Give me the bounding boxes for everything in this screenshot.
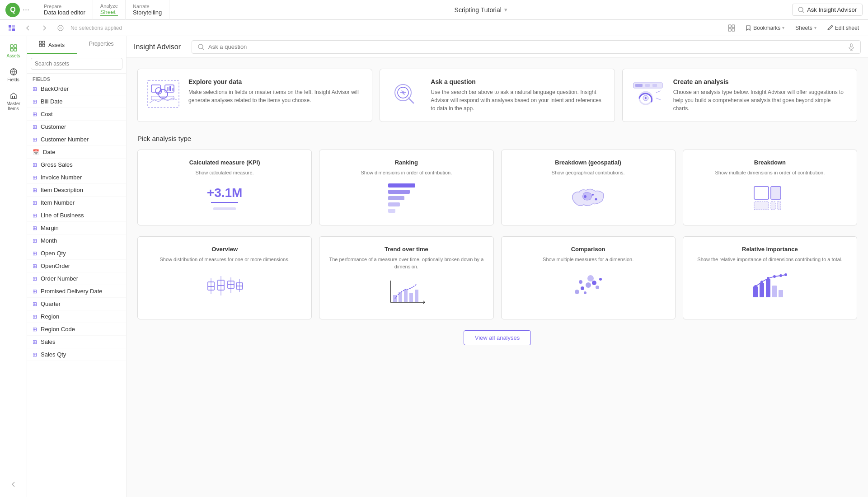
main-content: Insight Advisor: [127, 36, 868, 497]
nav-analyze-label: Analyze: [100, 3, 118, 9]
ia-search-input[interactable]: [208, 43, 844, 50]
analysis-card-trend[interactable]: Trend over time The performance of a mea…: [319, 236, 493, 319]
nav-right: Ask Insight Advisor: [792, 4, 863, 16]
svg-rect-8: [732, 25, 735, 28]
list-item[interactable]: ⊞ Customer Number: [27, 133, 126, 146]
microphone-icon[interactable]: [848, 43, 855, 51]
comparison-desc: Show multiple measures for a dimension.: [543, 256, 633, 263]
analysis-card-kpi[interactable]: Calculated measure (KPI) Show calculated…: [137, 150, 312, 225]
nav-prepare[interactable]: Prepare Data load editor: [37, 0, 93, 20]
svg-rect-21: [42, 41, 45, 43]
ask-question-illustration: [387, 78, 423, 110]
calendar-icon: 📅: [33, 149, 39, 155]
overview-viz: [147, 267, 302, 303]
list-item[interactable]: ⊞ Item Number: [27, 197, 126, 209]
kpi-underline: [211, 202, 238, 203]
tab-properties[interactable]: Properties: [77, 36, 127, 54]
tab-assets[interactable]: Assets: [27, 36, 77, 54]
field-name: Item Number: [41, 199, 75, 206]
view-all-analyses-button[interactable]: View all analyses: [464, 330, 531, 345]
nav-narrate[interactable]: Narrate Storytelling: [126, 0, 169, 20]
svg-rect-48: [652, 84, 657, 87]
sidebar-collapse-button[interactable]: [6, 477, 21, 493]
analysis-card-comparison[interactable]: Comparison Show multiple measures for a …: [501, 236, 676, 319]
list-item[interactable]: ⊞ Margin: [27, 222, 126, 234]
list-item[interactable]: ⊞ Region Code: [27, 323, 126, 336]
analysis-card-relative[interactable]: Relative importance Show the relative im…: [683, 236, 857, 319]
forward-icon[interactable]: [38, 22, 51, 34]
list-item[interactable]: ⊞ Invoice Number: [27, 171, 126, 184]
sidebar-item-master-items[interactable]: Master Items: [2, 88, 25, 115]
search-assets-input[interactable]: [31, 58, 122, 70]
nav-dots[interactable]: ···: [23, 5, 29, 14]
svg-line-38: [156, 93, 158, 94]
list-item[interactable]: ⊞ Bill Date: [27, 95, 126, 108]
list-item[interactable]: ⊞ Sales Qty: [27, 348, 126, 361]
svg-point-90: [579, 280, 582, 284]
insight-advisor-icon[interactable]: [5, 22, 18, 34]
intro-card-ask[interactable]: Ask a question Use the search bar above …: [380, 69, 615, 122]
list-item[interactable]: ⊞ Open Qty: [27, 247, 126, 260]
svg-line-41: [408, 98, 413, 103]
analysis-card-ranking[interactable]: Ranking Show dimensions in order of cont…: [319, 150, 493, 225]
sidebar-item-assets[interactable]: Assets: [2, 40, 25, 62]
clear-icon[interactable]: [54, 22, 67, 34]
ask-insight-button[interactable]: Ask Insight Advisor: [792, 4, 863, 16]
sidebar-item-fields[interactable]: Fields: [2, 64, 25, 86]
list-item[interactable]: ⊞ Line of Business: [27, 209, 126, 222]
field-icon: ⊞: [33, 174, 37, 181]
svg-point-84: [586, 282, 591, 288]
sheets-button[interactable]: Sheets ▾: [792, 23, 820, 33]
list-item[interactable]: ⊞ Promised Delivery Date: [27, 285, 126, 298]
intro-card-create[interactable]: Create an analysis Choose an analysis ty…: [622, 69, 857, 122]
ask-insight-label: Ask Insight Advisor: [807, 6, 857, 13]
nav-analyze[interactable]: Analyze Sheet: [93, 0, 126, 20]
list-item[interactable]: ⊞ Month: [27, 234, 126, 247]
analysis-card-geospatial[interactable]: Breakdown (geospatial) Show geographical…: [501, 150, 676, 225]
list-item[interactable]: ⊞ Gross Sales: [27, 159, 126, 171]
svg-rect-5: [12, 28, 15, 31]
qlik-logo[interactable]: Q ···: [5, 3, 29, 17]
svg-rect-58: [771, 187, 781, 199]
svg-rect-78: [404, 289, 408, 302]
field-icon: ⊞: [33, 263, 37, 269]
edit-sheet-button[interactable]: Edit sheet: [824, 23, 863, 33]
svg-point-98: [767, 277, 769, 280]
list-item[interactable]: ⊞ Cost: [27, 108, 126, 121]
analysis-card-breakdown[interactable]: Breakdown Show multiple dimensions in or…: [683, 150, 857, 225]
create-card-text: Create an analysis Choose an analysis ty…: [673, 78, 848, 113]
field-name: Date: [43, 149, 55, 155]
svg-rect-11: [10, 45, 13, 47]
list-item[interactable]: ⊞ Item Description: [27, 184, 126, 197]
back-icon[interactable]: [22, 22, 34, 34]
intro-card-explore[interactable]: Explore your data Make selections in fie…: [137, 69, 372, 122]
list-item[interactable]: ⊞ Order Number: [27, 272, 126, 285]
svg-point-83: [581, 286, 584, 290]
list-item[interactable]: 📅 Date: [27, 146, 126, 159]
no-selections-text: No selections applied: [70, 25, 722, 31]
list-item[interactable]: ⊞ Region: [27, 310, 126, 323]
field-name: Promised Delivery Date: [41, 288, 103, 295]
list-item[interactable]: ⊞ Sales: [27, 336, 126, 348]
asset-panel: Assets Properties Fields ⊞ BackOrder ⊞ B…: [27, 36, 127, 497]
field-name: Month: [41, 237, 57, 244]
list-item[interactable]: ⊞ Quarter: [27, 298, 126, 310]
svg-line-1: [802, 11, 804, 13]
grid-icon[interactable]: [725, 22, 738, 34]
app-title-dropdown-icon[interactable]: ▾: [504, 6, 507, 13]
ia-search-bar[interactable]: [192, 40, 861, 54]
svg-point-89: [599, 278, 602, 281]
field-icon: ⊞: [33, 314, 37, 320]
svg-line-53: [656, 98, 661, 100]
list-item[interactable]: ⊞ Customer: [27, 121, 126, 133]
list-item[interactable]: ⊞ OpenOrder: [27, 260, 126, 272]
analysis-card-overview[interactable]: Overview Show distribution of measures f…: [137, 236, 312, 319]
field-icon: ⊞: [33, 301, 37, 307]
tab-assets-label: Assets: [48, 42, 65, 48]
field-icon: ⊞: [33, 212, 37, 219]
relative-desc: Show the relative importance of dimensio…: [697, 256, 842, 263]
kpi-bar: [213, 207, 236, 210]
bookmarks-button[interactable]: Bookmarks ▾: [741, 23, 788, 33]
field-icon: ⊞: [33, 250, 37, 257]
list-item[interactable]: ⊞ BackOrder: [27, 83, 126, 95]
